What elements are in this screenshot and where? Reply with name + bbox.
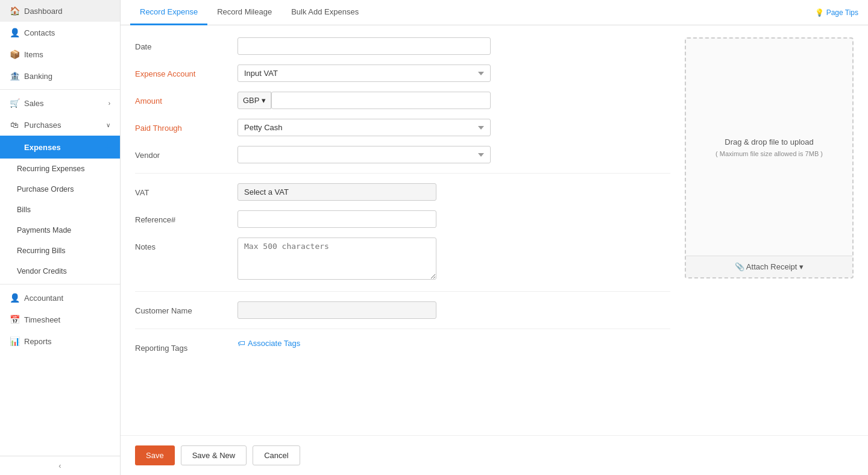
amount-control: GBP ▾ 230 — [237, 92, 491, 109]
vendor-label: Vendor — [135, 146, 237, 160]
reference-label: Reference# — [135, 210, 237, 224]
main-content: Record Expense Record Mileage Bulk Add E… — [121, 0, 868, 475]
sidebar-item-banking[interactable]: 🏦 Banking — [0, 65, 120, 87]
timesheet-icon: 📅 — [10, 315, 19, 324]
paid-through-control: Petty Cash — [237, 119, 491, 136]
upload-content: Drag & drop file to upload ( Maximum fil… — [715, 39, 823, 256]
reference-input[interactable] — [237, 210, 436, 228]
sidebar-item-vendor-credits[interactable]: Vendor Credits — [0, 261, 120, 282]
date-control: 09 Oct 2014 — [237, 37, 491, 55]
sidebar-divider-2 — [0, 284, 120, 285]
form-area: Date 09 Oct 2014 Expense Account Input V… — [121, 25, 868, 435]
save-button[interactable]: Save — [135, 445, 175, 465]
vat-row: VAT Select a VAT — [135, 183, 670, 201]
date-input[interactable]: 09 Oct 2014 — [237, 37, 491, 55]
sidebar-item-contacts[interactable]: 👤 Contacts — [0, 22, 120, 43]
sidebar-item-accountant[interactable]: 👤 Accountant — [0, 287, 120, 309]
expense-account-select[interactable]: Input VAT — [237, 64, 491, 82]
amount-row: Amount GBP ▾ 230 — [135, 92, 670, 109]
sidebar-item-purchases[interactable]: 🛍 Purchases ∨ — [0, 114, 120, 136]
accountant-icon: 👤 — [10, 293, 19, 303]
add-expense-icon[interactable]: + — [105, 142, 110, 153]
sidebar-item-label: Sales — [24, 99, 44, 108]
vendor-control — [237, 146, 491, 163]
sidebar-item-purchase-orders[interactable]: Purchase Orders — [0, 179, 120, 200]
customer-name-select[interactable] — [237, 301, 436, 319]
amount-input[interactable]: 230 — [271, 92, 491, 109]
lightbulb-icon: 💡 — [815, 8, 824, 17]
drag-drop-text: Drag & drop file to upload — [725, 137, 813, 146]
sidebar-item-label: Reports — [24, 337, 52, 346]
tab-bulk-add-expenses[interactable]: Bulk Add Expenses — [281, 0, 368, 25]
notes-row: Notes — [135, 238, 670, 282]
reports-icon: 📊 — [10, 336, 19, 346]
items-icon: 📦 — [10, 49, 19, 59]
currency-selector[interactable]: GBP ▾ — [237, 92, 271, 109]
notes-control — [237, 238, 491, 282]
sidebar-item-label: Recurring Expenses — [17, 165, 85, 173]
sidebar-collapse-button[interactable]: ‹ — [0, 456, 120, 475]
upload-panel: Drag & drop file to upload ( Maximum fil… — [685, 37, 854, 423]
sidebar-item-label: Payments Made — [17, 226, 71, 234]
save-new-button[interactable]: Save & New — [181, 445, 247, 465]
chevron-down-icon: ∨ — [106, 122, 110, 128]
sidebar-item-label: Contacts — [24, 28, 55, 37]
tabs-bar: Record Expense Record Mileage Bulk Add E… — [121, 0, 868, 25]
sidebar-item-label: Recurring Bills — [17, 247, 66, 255]
reference-row: Reference# — [135, 210, 670, 228]
expense-account-row: Expense Account Input VAT — [135, 64, 670, 82]
reference-control — [237, 210, 491, 228]
tab-record-mileage[interactable]: Record Mileage — [207, 0, 281, 25]
sidebar-item-label: Vendor Credits — [17, 267, 67, 275]
customer-name-row: Customer Name — [135, 301, 670, 319]
section-divider-3 — [135, 329, 670, 329]
tab-record-expense[interactable]: Record Expense — [130, 0, 207, 25]
page-tips-link[interactable]: 💡 Page Tips — [815, 8, 858, 17]
upload-area[interactable]: Drag & drop file to upload ( Maximum fil… — [685, 37, 854, 278]
paid-through-row: Paid Through Petty Cash — [135, 119, 670, 136]
paid-through-select[interactable]: Petty Cash — [237, 119, 491, 136]
sidebar-item-sales[interactable]: 🛒 Sales › — [0, 92, 120, 114]
reporting-tags-control: 🏷 Associate Tags — [237, 339, 491, 348]
tag-icon: 🏷 — [237, 339, 245, 348]
customer-name-label: Customer Name — [135, 301, 237, 315]
date-row: Date 09 Oct 2014 — [135, 37, 670, 55]
sidebar-item-expenses[interactable]: Expenses + — [0, 136, 120, 159]
expense-account-control: Input VAT — [237, 64, 491, 82]
sidebar-item-label: Bills — [17, 206, 31, 214]
date-label: Date — [135, 37, 237, 51]
expense-account-label: Expense Account — [135, 64, 237, 78]
sidebar-item-label: Dashboard — [24, 7, 63, 16]
sidebar-item-recurring-expenses[interactable]: Recurring Expenses — [0, 159, 120, 179]
sidebar-divider-1 — [0, 89, 120, 90]
notes-textarea[interactable] — [237, 238, 436, 280]
sidebar-item-timesheet[interactable]: 📅 Timesheet — [0, 309, 120, 330]
sidebar-item-items[interactable]: 📦 Items — [0, 43, 120, 65]
banking-icon: 🏦 — [10, 71, 19, 81]
sidebar-item-reports[interactable]: 📊 Reports — [0, 330, 120, 352]
attach-receipt-button[interactable]: 📎 Attach Receipt ▾ — [686, 256, 852, 277]
sidebar-item-payments-made[interactable]: Payments Made — [0, 220, 120, 241]
sidebar-item-dashboard[interactable]: 🏠 Dashboard — [0, 0, 120, 22]
sidebar-item-label: Banking — [24, 72, 52, 81]
form-left: Date 09 Oct 2014 Expense Account Input V… — [135, 37, 670, 423]
section-divider — [135, 173, 670, 174]
sidebar-item-label: Expenses — [24, 143, 61, 152]
associate-tags-link[interactable]: 🏷 Associate Tags — [237, 339, 491, 348]
vat-label: VAT — [135, 183, 237, 197]
chevron-left-icon: ‹ — [58, 461, 61, 470]
currency-dropdown-icon: ▾ — [262, 96, 266, 105]
vat-select[interactable]: Select a VAT — [237, 183, 436, 201]
sidebar: 🏠 Dashboard 👤 Contacts 📦 Items 🏦 Banking… — [0, 0, 121, 475]
sidebar-item-label: Purchase Orders — [17, 185, 74, 193]
cancel-button[interactable]: Cancel — [253, 445, 300, 465]
sidebar-item-recurring-bills[interactable]: Recurring Bills — [0, 241, 120, 261]
notes-label: Notes — [135, 238, 237, 251]
sidebar-item-bills[interactable]: Bills — [0, 200, 120, 220]
amount-label: Amount — [135, 92, 237, 105]
customer-name-control — [237, 301, 491, 319]
reporting-tags-label: Reporting Tags — [135, 339, 237, 353]
vendor-select[interactable] — [237, 146, 491, 163]
contacts-icon: 👤 — [10, 28, 19, 37]
paperclip-icon: 📎 — [735, 262, 744, 271]
